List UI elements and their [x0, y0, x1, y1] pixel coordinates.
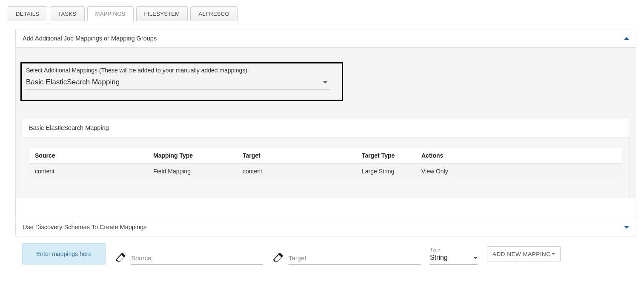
tab-filesystem[interactable]: FILESYSTEM — [136, 6, 188, 21]
chevron-down-icon — [624, 226, 629, 229]
cell-mapping-type: Field Mapping — [149, 164, 238, 179]
type-field: Type String — [430, 247, 478, 265]
add-new-mapping-button[interactable]: ADD NEW MAPPING — [487, 246, 561, 262]
col-mapping-type: Mapping Type — [149, 148, 238, 164]
panel-discovery-schemas: Use Discovery Schemas To Create Mappings — [15, 218, 636, 236]
additional-mappings-value: Basic ElasticSearch Mapping — [26, 78, 120, 86]
chevron-down-icon — [473, 257, 478, 259]
col-target-type: Target Type — [358, 148, 417, 164]
chevron-down-icon — [552, 253, 555, 255]
tab-details[interactable]: DETAILS — [8, 6, 47, 21]
source-input[interactable] — [131, 253, 263, 265]
additional-mappings-select-box: Select Additional Mappings (These will b… — [20, 62, 343, 101]
additional-mappings-label: Select Additional Mappings (These will b… — [25, 67, 335, 74]
cell-source: content — [30, 164, 149, 179]
mapping-card: Basic ElasticSearch Mapping Source Mappi… — [22, 118, 630, 198]
add-new-mapping-label: ADD NEW MAPPING — [492, 251, 551, 257]
type-select[interactable]: String — [430, 253, 478, 265]
panel-add-mappings: Add Additional Job Mappings or Mapping G… — [15, 29, 636, 218]
mapping-table: Source Mapping Type Target Target Type A… — [30, 148, 622, 179]
col-target: Target — [238, 148, 358, 164]
eraser-icon[interactable] — [272, 251, 284, 265]
add-mapping-row: Enter mappings here Type String ADD NEW … — [0, 236, 644, 270]
table-row: content Field Mapping content Large Stri… — [30, 164, 622, 179]
target-input[interactable] — [289, 253, 421, 265]
panel-add-mappings-header[interactable]: Add Additional Job Mappings or Mapping G… — [16, 29, 636, 47]
panel-add-mappings-title: Add Additional Job Mappings or Mapping G… — [23, 35, 157, 42]
tab-alfresco[interactable]: ALFRESCO — [190, 6, 237, 21]
tab-tasks[interactable]: TASKS — [50, 6, 84, 21]
cell-actions: View Only — [417, 164, 622, 179]
type-value: String — [430, 254, 448, 262]
panel-discovery-schemas-title: Use Discovery Schemas To Create Mappings — [23, 224, 146, 230]
col-source: Source — [30, 148, 149, 164]
chevron-down-icon — [323, 81, 327, 83]
additional-mappings-select[interactable]: Basic ElasticSearch Mapping — [25, 76, 330, 89]
eraser-icon[interactable] — [115, 251, 127, 265]
hint-box: Enter mappings here — [22, 243, 106, 265]
type-label: Type — [430, 247, 478, 252]
mapping-card-title: Basic ElasticSearch Mapping — [22, 118, 630, 137]
cell-target: content — [238, 164, 358, 179]
tab-mappings[interactable]: MAPPINGS — [87, 6, 134, 21]
cell-target-type: Large String — [358, 164, 417, 179]
chevron-up-icon — [624, 37, 629, 40]
tabs-row: DETAILS TASKS MAPPINGS FILESYSTEM ALFRES… — [0, 0, 644, 21]
col-actions: Actions — [417, 148, 622, 164]
panel-discovery-schemas-header[interactable]: Use Discovery Schemas To Create Mappings — [16, 218, 636, 236]
